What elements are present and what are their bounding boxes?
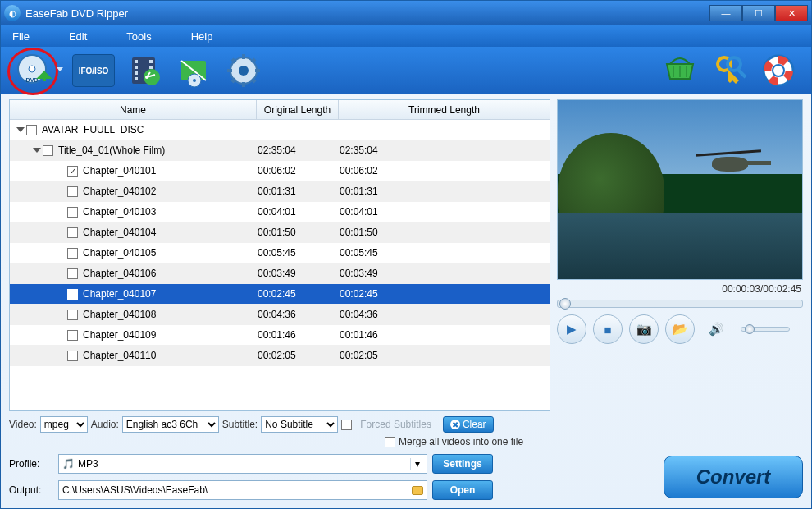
register-button[interactable] xyxy=(709,51,749,90)
browse-folder-icon[interactable] xyxy=(412,486,423,495)
menu-bar: File Edit Tools Help xyxy=(1,25,811,47)
video-label: Video: xyxy=(9,419,37,430)
profile-format-icon: 🎵 xyxy=(62,458,75,470)
table-row[interactable]: Chapter_04010500:05:4500:05:45 xyxy=(10,243,550,264)
expand-toggle-icon[interactable] xyxy=(16,127,25,132)
row-checkbox[interactable] xyxy=(67,330,78,341)
preview-pane: 00:00:03/00:02:45 ▶ ■ 📷 📂 🔊 xyxy=(557,99,803,411)
row-checkbox[interactable] xyxy=(43,145,53,156)
close-button[interactable] xyxy=(775,5,808,21)
svg-point-16 xyxy=(239,66,249,76)
app-window: ◐ EaseFab DVD Ripper File Edit Tools Hel… xyxy=(0,0,812,509)
svg-rect-8 xyxy=(149,60,153,63)
output-label: Output: xyxy=(9,484,58,496)
tool-bar: DVD IFO/ISO xyxy=(1,47,811,94)
menu-file[interactable]: File xyxy=(12,30,30,43)
ifoiso-label: IFO/ISO xyxy=(79,66,109,76)
row-checkbox[interactable] xyxy=(67,248,78,259)
stop-button[interactable]: ■ xyxy=(593,314,623,344)
dropdown-caret-icon[interactable] xyxy=(57,67,63,71)
settings-button[interactable] xyxy=(224,51,263,90)
column-headers: Name Original Length Trimmed Length xyxy=(10,100,550,120)
menu-edit[interactable]: Edit xyxy=(69,30,87,43)
row-checkbox[interactable] xyxy=(67,289,78,300)
dropdown-caret-icon[interactable]: ▾ xyxy=(410,458,423,470)
row-checkbox[interactable] xyxy=(67,207,78,218)
table-row[interactable]: Chapter_04010100:06:0200:06:02 xyxy=(10,161,550,181)
svg-line-24 xyxy=(252,59,255,62)
menu-help[interactable]: Help xyxy=(191,30,213,43)
row-checkbox[interactable] xyxy=(26,125,37,135)
volume-icon[interactable]: 🔊 xyxy=(701,314,731,344)
table-row[interactable]: Chapter_04011000:02:0500:02:05 xyxy=(10,346,550,366)
svg-point-31 xyxy=(773,65,784,76)
svg-point-11 xyxy=(145,76,148,79)
volume-slider[interactable] xyxy=(741,327,790,332)
clear-button[interactable]: Clear xyxy=(443,416,494,433)
profile-value: MP3 xyxy=(78,458,98,470)
app-logo-icon: ◐ xyxy=(4,5,21,21)
row-checkbox[interactable] xyxy=(67,268,78,279)
convert-button[interactable]: Convert xyxy=(664,456,803,498)
purchase-button[interactable] xyxy=(660,51,700,90)
forced-subtitles-label: Forced Subtitles xyxy=(360,419,431,430)
menu-tools[interactable]: Tools xyxy=(126,30,151,43)
audio-select[interactable]: English ac3 6Ch xyxy=(122,416,219,433)
col-trim-length[interactable]: Trimmed Length xyxy=(338,100,550,119)
load-ifoiso-button[interactable]: IFO/ISO xyxy=(71,51,116,90)
table-row[interactable]: Chapter_04010300:04:0100:04:01 xyxy=(10,202,550,222)
video-select[interactable]: mpeg xyxy=(40,416,88,433)
merge-label: Merge all videos into one file xyxy=(399,436,523,447)
table-row[interactable]: Title_04_01(Whole Film)02:35:0402:35:04 xyxy=(10,140,550,161)
row-checkbox[interactable] xyxy=(67,166,78,177)
table-row[interactable]: AVATAR_FUULL_DISC xyxy=(10,120,550,140)
svg-rect-9 xyxy=(149,66,153,69)
title-list-pane: Name Original Length Trimmed Length AVAT… xyxy=(9,99,550,411)
row-checkbox[interactable] xyxy=(67,310,78,320)
profile-combo[interactable]: 🎵 MP3 ▾ xyxy=(58,454,427,474)
table-row[interactable]: Chapter_04010600:03:4900:03:49 xyxy=(10,264,550,284)
crop-button[interactable] xyxy=(175,51,214,90)
rows-container[interactable]: AVATAR_FUULL_DISC Title_04_01(Whole Film… xyxy=(10,120,550,410)
table-row[interactable]: Chapter_04010400:01:5000:01:50 xyxy=(10,222,550,243)
merge-checkbox[interactable] xyxy=(385,437,395,447)
audio-label: Audio: xyxy=(91,419,119,430)
svg-text:DVD: DVD xyxy=(26,77,39,83)
preview-video[interactable] xyxy=(557,99,803,280)
svg-line-21 xyxy=(232,59,235,62)
profile-settings-button[interactable]: Settings xyxy=(432,454,493,474)
col-orig-length[interactable]: Original Length xyxy=(256,100,338,119)
table-row[interactable]: Chapter_04010700:02:4500:02:45 xyxy=(10,284,550,305)
row-checkbox[interactable] xyxy=(67,186,78,197)
svg-rect-5 xyxy=(135,66,138,69)
forced-subtitles-checkbox[interactable] xyxy=(341,420,352,430)
svg-point-14 xyxy=(193,79,196,82)
svg-rect-4 xyxy=(135,60,138,63)
seek-slider[interactable] xyxy=(557,300,803,308)
maximize-button[interactable] xyxy=(742,5,775,21)
play-button[interactable]: ▶ xyxy=(557,314,586,344)
col-name[interactable]: Name xyxy=(10,104,256,116)
help-button[interactable] xyxy=(759,51,798,90)
svg-rect-6 xyxy=(135,71,138,75)
table-row[interactable]: Chapter_04010900:01:4600:01:46 xyxy=(10,325,550,346)
table-row[interactable]: Chapter_04010200:01:3100:01:31 xyxy=(10,181,550,202)
row-checkbox[interactable] xyxy=(67,351,78,361)
row-checkbox[interactable] xyxy=(67,227,78,238)
table-row[interactable]: Chapter_04010800:04:3600:04:36 xyxy=(10,305,550,325)
snapshot-button[interactable]: 📷 xyxy=(629,314,659,344)
svg-line-22 xyxy=(252,79,255,82)
expand-toggle-icon[interactable] xyxy=(33,148,41,153)
stream-options-bar: Video: mpeg Audio: English ac3 6Ch Subti… xyxy=(1,411,811,434)
output-value: C:\Users\ASUS\Videos\EaseFab\ xyxy=(62,484,208,496)
svg-point-1 xyxy=(29,66,35,72)
window-title: EaseFab DVD Ripper xyxy=(25,7,709,20)
minimize-button[interactable] xyxy=(709,5,742,21)
output-path-field[interactable]: C:\Users\ASUS\Videos\EaseFab\ xyxy=(58,480,427,500)
load-dvd-button[interactable]: DVD xyxy=(14,51,53,90)
open-output-button[interactable]: Open xyxy=(432,480,493,500)
svg-line-23 xyxy=(232,79,235,82)
open-folder-button[interactable]: 📂 xyxy=(665,314,695,344)
subtitle-select[interactable]: No Subtitle xyxy=(261,416,338,433)
edit-video-button[interactable] xyxy=(125,51,165,90)
